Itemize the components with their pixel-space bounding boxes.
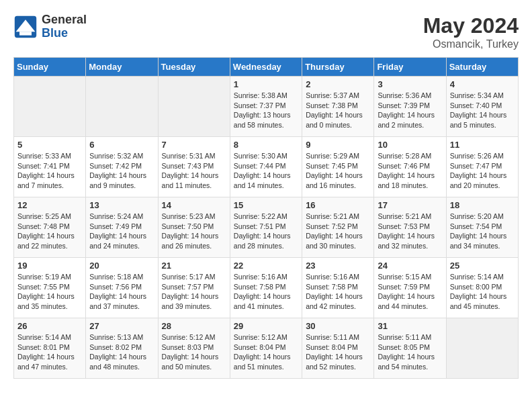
logo-general-text: General xyxy=(42,13,87,26)
calendar-cell: 6Sunrise: 5:32 AM Sunset: 7:42 PM Daylig… xyxy=(86,137,158,197)
page-header: General Blue May 2024 Osmancik, Turkey xyxy=(13,13,519,50)
day-number: 7 xyxy=(162,140,226,150)
day-content: Sunrise: 5:28 AM Sunset: 7:46 PM Dayligh… xyxy=(378,151,442,191)
day-content: Sunrise: 5:19 AM Sunset: 7:55 PM Dayligh… xyxy=(17,272,82,312)
day-content: Sunrise: 5:32 AM Sunset: 7:42 PM Dayligh… xyxy=(89,151,154,191)
day-content: Sunrise: 5:21 AM Sunset: 7:52 PM Dayligh… xyxy=(306,212,370,251)
day-number: 1 xyxy=(234,79,298,89)
day-number: 24 xyxy=(378,261,442,271)
day-content: Sunrise: 5:14 AM Sunset: 8:01 PM Dayligh… xyxy=(17,332,82,372)
calendar-cell xyxy=(446,318,518,379)
day-number: 5 xyxy=(17,140,82,150)
day-content: Sunrise: 5:38 AM Sunset: 7:37 PM Dayligh… xyxy=(234,91,298,130)
day-number: 29 xyxy=(234,321,298,331)
day-content: Sunrise: 5:11 AM Sunset: 8:04 PM Dayligh… xyxy=(306,332,370,372)
day-content: Sunrise: 5:21 AM Sunset: 7:53 PM Dayligh… xyxy=(378,212,442,251)
day-number: 2 xyxy=(306,79,370,89)
day-number: 21 xyxy=(162,261,226,271)
title-block: May 2024 Osmancik, Turkey xyxy=(423,13,519,50)
day-content: Sunrise: 5:18 AM Sunset: 7:56 PM Dayligh… xyxy=(89,272,154,312)
calendar-cell: 3Sunrise: 5:36 AM Sunset: 7:39 PM Daylig… xyxy=(374,77,446,137)
calendar-cell: 16Sunrise: 5:21 AM Sunset: 7:52 PM Dayli… xyxy=(302,197,374,258)
calendar-title: May 2024 xyxy=(423,13,519,38)
header-sunday: Sunday xyxy=(14,58,86,77)
day-number: 30 xyxy=(306,321,370,331)
logo-blue-text: Blue xyxy=(42,26,68,40)
day-content: Sunrise: 5:23 AM Sunset: 7:50 PM Dayligh… xyxy=(162,212,226,251)
calendar-cell: 9Sunrise: 5:29 AM Sunset: 7:45 PM Daylig… xyxy=(302,137,374,197)
day-number: 10 xyxy=(378,140,442,150)
day-content: Sunrise: 5:11 AM Sunset: 8:05 PM Dayligh… xyxy=(378,332,442,372)
day-number: 11 xyxy=(450,140,515,150)
day-number: 9 xyxy=(306,140,370,150)
week-row-3: 12Sunrise: 5:25 AM Sunset: 7:48 PM Dayli… xyxy=(14,197,519,258)
calendar-cell: 22Sunrise: 5:16 AM Sunset: 7:58 PM Dayli… xyxy=(230,258,302,318)
day-number: 27 xyxy=(89,321,154,331)
day-content: Sunrise: 5:16 AM Sunset: 7:58 PM Dayligh… xyxy=(234,272,298,312)
day-number: 17 xyxy=(378,200,442,210)
calendar-cell: 17Sunrise: 5:21 AM Sunset: 7:53 PM Dayli… xyxy=(374,197,446,258)
day-number: 6 xyxy=(89,140,154,150)
header-thursday: Thursday xyxy=(302,58,374,77)
day-number: 13 xyxy=(89,200,154,210)
day-content: Sunrise: 5:15 AM Sunset: 7:59 PM Dayligh… xyxy=(378,272,442,312)
calendar-cell: 30Sunrise: 5:11 AM Sunset: 8:04 PM Dayli… xyxy=(302,318,374,379)
day-number: 23 xyxy=(306,261,370,271)
day-content: Sunrise: 5:13 AM Sunset: 8:02 PM Dayligh… xyxy=(89,332,154,372)
day-number: 8 xyxy=(234,140,298,150)
logo: General Blue xyxy=(13,13,87,40)
day-number: 15 xyxy=(234,200,298,210)
week-row-1: 1Sunrise: 5:38 AM Sunset: 7:37 PM Daylig… xyxy=(14,77,519,137)
day-content: Sunrise: 5:20 AM Sunset: 7:54 PM Dayligh… xyxy=(450,212,515,251)
week-row-2: 5Sunrise: 5:33 AM Sunset: 7:41 PM Daylig… xyxy=(14,137,519,197)
calendar-cell: 2Sunrise: 5:37 AM Sunset: 7:38 PM Daylig… xyxy=(302,77,374,137)
day-number: 3 xyxy=(378,79,442,89)
day-number: 22 xyxy=(234,261,298,271)
calendar-cell: 24Sunrise: 5:15 AM Sunset: 7:59 PM Dayli… xyxy=(374,258,446,318)
calendar-cell xyxy=(14,77,86,137)
day-number: 16 xyxy=(306,200,370,210)
week-row-5: 26Sunrise: 5:14 AM Sunset: 8:01 PM Dayli… xyxy=(14,318,519,379)
calendar-cell: 21Sunrise: 5:17 AM Sunset: 7:57 PM Dayli… xyxy=(158,258,230,318)
day-number: 19 xyxy=(17,261,82,271)
logo-icon xyxy=(13,15,38,39)
day-content: Sunrise: 5:33 AM Sunset: 7:41 PM Dayligh… xyxy=(17,151,82,191)
calendar-cell: 15Sunrise: 5:22 AM Sunset: 7:51 PM Dayli… xyxy=(230,197,302,258)
calendar-cell: 29Sunrise: 5:12 AM Sunset: 8:04 PM Dayli… xyxy=(230,318,302,379)
day-content: Sunrise: 5:34 AM Sunset: 7:40 PM Dayligh… xyxy=(450,91,515,130)
day-number: 20 xyxy=(89,261,154,271)
header-friday: Friday xyxy=(374,58,446,77)
day-content: Sunrise: 5:26 AM Sunset: 7:47 PM Dayligh… xyxy=(450,151,515,191)
calendar-cell: 28Sunrise: 5:12 AM Sunset: 8:03 PM Dayli… xyxy=(158,318,230,379)
calendar-cell: 11Sunrise: 5:26 AM Sunset: 7:47 PM Dayli… xyxy=(446,137,518,197)
header-wednesday: Wednesday xyxy=(230,58,302,77)
calendar-location: Osmancik, Turkey xyxy=(423,38,519,50)
calendar-cell: 25Sunrise: 5:14 AM Sunset: 8:00 PM Dayli… xyxy=(446,258,518,318)
calendar-cell: 13Sunrise: 5:24 AM Sunset: 7:49 PM Dayli… xyxy=(86,197,158,258)
day-number: 18 xyxy=(450,200,515,210)
day-content: Sunrise: 5:36 AM Sunset: 7:39 PM Dayligh… xyxy=(378,91,442,130)
day-content: Sunrise: 5:14 AM Sunset: 8:00 PM Dayligh… xyxy=(450,272,515,312)
calendar-cell: 20Sunrise: 5:18 AM Sunset: 7:56 PM Dayli… xyxy=(86,258,158,318)
header-saturday: Saturday xyxy=(446,58,518,77)
calendar-cell: 5Sunrise: 5:33 AM Sunset: 7:41 PM Daylig… xyxy=(14,137,86,197)
day-content: Sunrise: 5:24 AM Sunset: 7:49 PM Dayligh… xyxy=(89,212,154,251)
day-content: Sunrise: 5:37 AM Sunset: 7:38 PM Dayligh… xyxy=(306,91,370,130)
day-content: Sunrise: 5:16 AM Sunset: 7:58 PM Dayligh… xyxy=(306,272,370,312)
calendar-cell: 7Sunrise: 5:31 AM Sunset: 7:43 PM Daylig… xyxy=(158,137,230,197)
calendar-cell xyxy=(158,77,230,137)
calendar-cell: 12Sunrise: 5:25 AM Sunset: 7:48 PM Dayli… xyxy=(14,197,86,258)
calendar-cell: 27Sunrise: 5:13 AM Sunset: 8:02 PM Dayli… xyxy=(86,318,158,379)
header-row: SundayMondayTuesdayWednesdayThursdayFrid… xyxy=(14,58,519,77)
calendar-cell xyxy=(86,77,158,137)
day-content: Sunrise: 5:12 AM Sunset: 8:04 PM Dayligh… xyxy=(234,332,298,372)
calendar-body: 1Sunrise: 5:38 AM Sunset: 7:37 PM Daylig… xyxy=(14,77,519,379)
day-content: Sunrise: 5:31 AM Sunset: 7:43 PM Dayligh… xyxy=(162,151,226,191)
day-number: 14 xyxy=(162,200,226,210)
day-content: Sunrise: 5:30 AM Sunset: 7:44 PM Dayligh… xyxy=(234,151,298,191)
week-row-4: 19Sunrise: 5:19 AM Sunset: 7:55 PM Dayli… xyxy=(14,258,519,318)
calendar-cell: 19Sunrise: 5:19 AM Sunset: 7:55 PM Dayli… xyxy=(14,258,86,318)
calendar-cell: 18Sunrise: 5:20 AM Sunset: 7:54 PM Dayli… xyxy=(446,197,518,258)
day-number: 26 xyxy=(17,321,82,331)
header-tuesday: Tuesday xyxy=(158,58,230,77)
